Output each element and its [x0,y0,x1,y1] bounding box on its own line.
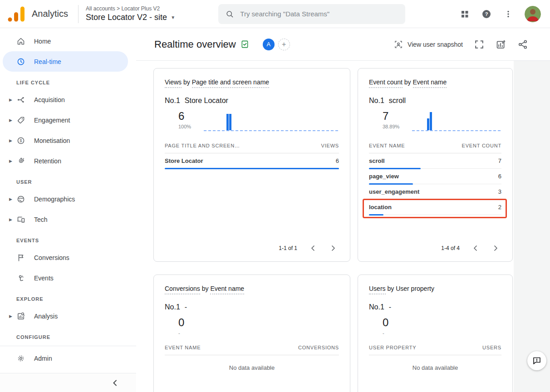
monetisation-icon: $ [16,136,25,145]
sidebar-item-tech[interactable]: ▶ Tech [3,209,128,230]
metric-selector[interactable]: Views [165,78,182,88]
column-header-name: EVENT NAME [369,143,405,148]
dimension-selector[interactable]: Event name [210,285,244,294]
rank-label: No.1 [165,303,180,311]
divider [0,346,136,346]
conversions-flag-icon [16,253,25,262]
top-item-name: Store Locator [185,97,228,105]
sidebar-item-monetisation[interactable]: ▶ $ Monetisation [3,130,128,151]
table-row[interactable]: scroll 7 [369,153,501,169]
column-header-value: USERS [482,345,501,350]
sidebar-item-demographics[interactable]: ▶ Demographics [3,189,128,209]
top-item-name: scroll [389,97,406,105]
top-item-name: - [389,303,391,311]
card-title: Conversions by Event name [165,285,339,292]
metric-selector[interactable]: Conversions [165,285,200,294]
property-selector[interactable]: Store Locator V2 - site ▼ [86,13,175,22]
next-page-icon[interactable] [491,244,500,252]
next-page-icon[interactable] [329,244,337,252]
expand-caret-icon[interactable]: ▶ [9,118,16,122]
main-content: Realtime overview A + View user snapshot [136,28,550,392]
table-row[interactable]: page_view 6 [369,169,501,184]
section-label-configure: CONFIGURE [0,326,136,344]
chevron-down-icon: ▼ [171,15,175,20]
dimension-label[interactable]: User property [396,285,434,292]
global-search[interactable] [218,4,405,24]
view-user-snapshot-label: View user snapshot [408,41,463,48]
engagement-tag-icon [16,116,25,125]
collapse-sidebar-icon[interactable] [111,378,120,387]
sidebar-item-label: Monetisation [34,137,70,144]
section-label-explore: EXPLORE [0,288,136,306]
metric-selector[interactable]: Users [369,285,386,294]
add-comparison-button[interactable]: + [278,39,290,50]
dashboards-grid-icon[interactable] [459,9,470,20]
table-row-highlighted[interactable]: location 2 [369,200,501,215]
rank-label: No.1 [165,97,180,105]
card-users-by-user-property: Users by User property No.1 - 0 - USER P… [358,274,513,392]
sidebar-item-label: Engagement [34,117,70,124]
user-avatar[interactable] [525,6,541,22]
sidebar-item-home[interactable]: Home [3,31,128,51]
sidebar-footer [0,373,136,392]
card-title: Event count by Event name [369,78,501,86]
sidebar-item-label: Events [34,274,54,282]
report-status-check-icon[interactable] [241,40,249,49]
search-input[interactable] [240,10,398,18]
help-icon[interactable]: ? [481,9,492,20]
breadcrumb-account[interactable]: Locator Plus V2 [121,5,160,12]
app-header: Analytics All accounts > Locator Plus V2… [0,0,550,28]
column-header-name: USER PROPERTY [369,345,416,350]
sidebar-item-label: Home [34,38,51,45]
metric-value: 0 [383,317,388,328]
section-label-events: EVENTS [0,230,136,247]
metric-selector[interactable]: Event count [369,78,403,88]
analysis-icon [16,312,25,321]
expand-caret-icon[interactable]: ▶ [9,217,16,222]
more-options-icon[interactable] [503,9,514,20]
property-name: Store Locator V2 - site [86,13,167,22]
sidebar-item-label: Acquisition [34,96,65,103]
dimension-selector[interactable]: Page title and screen name [192,78,269,88]
tech-devices-icon [16,215,25,224]
sidebar-item-analysis[interactable]: ▶ Analysis [3,306,128,326]
breadcrumb-all-accounts[interactable]: All accounts [86,5,115,12]
sidebar-item-label: Admin [34,355,52,362]
feedback-button[interactable] [527,351,546,370]
column-header-value: VIEWS [321,143,339,148]
sidebar-item-realtime[interactable]: Real-time [3,51,128,72]
fullscreen-icon[interactable] [474,39,485,50]
divider [78,5,79,23]
sidebar-item-engagement[interactable]: ▶ Engagement [3,110,128,130]
table-row[interactable]: user_engagement 3 [369,184,501,200]
breadcrumb-separator: > [117,5,120,12]
svg-text:$: $ [20,138,22,143]
retention-magnet-icon [16,157,25,166]
table-row[interactable]: Store Locator 6 [165,153,339,169]
column-header-name: EVENT NAME [165,345,201,350]
customise-report-icon[interactable] [496,39,506,50]
expand-caret-icon[interactable]: ▶ [9,159,16,163]
sidebar-item-events[interactable]: Events [3,268,128,288]
view-user-snapshot-button[interactable]: View user snapshot [394,40,463,49]
dimension-selector[interactable]: Event name [413,78,447,88]
share-icon[interactable] [517,39,528,50]
expand-caret-icon[interactable]: ▶ [9,98,16,102]
sidebar-item-label: Real-time [34,58,61,65]
expand-caret-icon[interactable]: ▶ [9,138,16,143]
sidebar-item-conversions[interactable]: Conversions [3,247,128,268]
sidebar-item-retention[interactable]: ▶ Retention [3,151,128,171]
expand-caret-icon[interactable]: ▶ [9,314,16,318]
expand-caret-icon[interactable]: ▶ [9,197,16,201]
brand-name[interactable]: Analytics [32,9,68,19]
prev-page-icon[interactable] [471,244,480,252]
card-event-count-by-event-name: Event count by Event name No.1 scroll 7 … [358,68,513,262]
sidebar-item-acquisition[interactable]: ▶ Acquisition [3,89,128,110]
metric-share: 38.89% [383,124,399,129]
sidebar-item-admin[interactable]: Admin [3,348,128,368]
comparison-chip-a[interactable]: A [263,39,275,50]
clock-icon [16,57,25,66]
analytics-logo-icon[interactable] [7,6,26,22]
card-views-by-page-title: Views by Page title and screen name No.1… [153,68,350,262]
prev-page-icon[interactable] [309,244,317,252]
